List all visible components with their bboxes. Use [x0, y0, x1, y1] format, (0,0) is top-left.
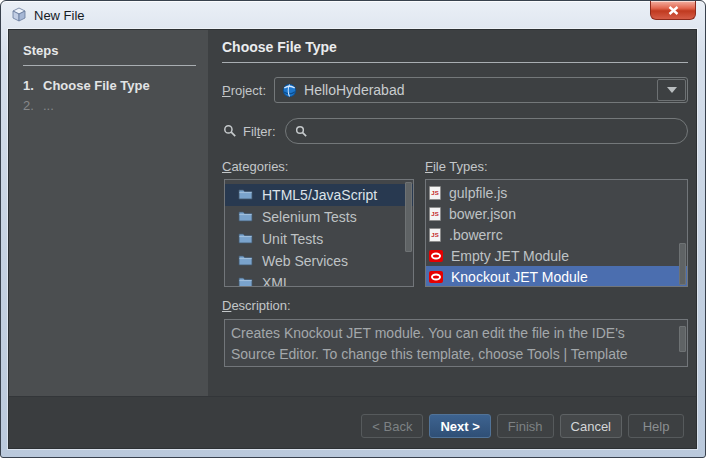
filter-magnifier-icon: [222, 123, 238, 139]
button-bar: < Back Next > Finish Cancel Help: [9, 396, 696, 448]
category-item[interactable]: HTML5/JavaScript: [225, 184, 413, 206]
oracle-jet-icon: [429, 250, 443, 262]
header-divider: [222, 62, 688, 63]
main-panel: Choose File Type Project:: [208, 30, 696, 396]
close-icon: [668, 6, 679, 15]
filetypes-label: File Types:: [425, 159, 488, 174]
categories-list: HTML5/JavaScript Selenium Tests Unit Tes…: [224, 179, 414, 287]
filetypes-list: JS gulpfile.js JS bower.json JS .bowerrc: [425, 179, 688, 287]
description-text: Creates Knockout JET module. You can edi…: [231, 325, 628, 362]
category-item[interactable]: Selenium Tests: [225, 206, 413, 228]
step-number: 2.: [23, 98, 43, 113]
filter-label: Filter:: [243, 124, 276, 139]
js-file-icon: JS: [429, 207, 441, 221]
category-item[interactable]: Unit Tests: [225, 228, 413, 250]
categories-scrollbar-thumb[interactable]: [405, 182, 412, 252]
search-icon: [295, 125, 308, 138]
description-row: Description:: [222, 296, 688, 314]
filetype-item[interactable]: JS gulpfile.js: [426, 182, 687, 203]
categories-column: Categories: HTML5/JavaScript Selenium Te…: [222, 157, 425, 287]
help-button[interactable]: Help: [628, 414, 684, 438]
project-row: Project: HelloHyderabad: [222, 77, 688, 103]
js-file-icon: JS: [429, 186, 441, 200]
filetype-item[interactable]: JS .bowerrc: [426, 224, 687, 245]
chevron-down-icon: [667, 87, 677, 93]
filter-row: Filter:: [222, 118, 688, 144]
project-dropdown-button[interactable]: [657, 79, 686, 101]
category-item[interactable]: Web Services: [225, 250, 413, 272]
filetype-item[interactable]: JS bower.json: [426, 203, 687, 224]
new-file-dialog: New File Steps 1. Choose File Type 2. ..…: [0, 0, 706, 458]
js-file-icon: JS: [429, 228, 441, 242]
cancel-button[interactable]: Cancel: [560, 414, 622, 438]
folder-icon: [238, 187, 253, 203]
project-name: HelloHyderabad: [304, 82, 404, 98]
folder-icon: [238, 209, 253, 225]
next-button[interactable]: Next >: [429, 414, 490, 438]
description-box: Creates Knockout JET module. You can edi…: [224, 319, 688, 367]
project-label: Project:: [222, 83, 266, 98]
lists-section: Categories: HTML5/JavaScript Selenium Te…: [222, 157, 688, 287]
steps-divider: [23, 65, 196, 66]
filetypes-scrollbar-thumb[interactable]: [679, 243, 686, 285]
oracle-jet-icon: [429, 271, 443, 283]
project-combobox-value: HelloHyderabad: [275, 78, 656, 102]
back-button: < Back: [361, 414, 423, 438]
category-item[interactable]: XML: [225, 272, 413, 287]
filetypes-column: File Types: JS gulpfile.js JS bower.json: [425, 157, 688, 287]
step-label: ...: [43, 98, 54, 113]
close-button[interactable]: [650, 1, 696, 20]
step-item-1: 1. Choose File Type: [23, 78, 196, 93]
steps-panel: Steps 1. Choose File Type 2. ...: [9, 30, 208, 396]
folder-icon: [238, 275, 253, 287]
step-number: 1.: [23, 78, 43, 93]
new-file-cube-icon: [11, 7, 27, 23]
html5-project-globe-icon: [281, 82, 297, 98]
categories-label: Categories:: [222, 159, 288, 174]
step-label: Choose File Type: [43, 78, 150, 93]
titlebar[interactable]: New File: [1, 1, 705, 29]
description-scrollbar-thumb[interactable]: [679, 326, 686, 352]
steps-header: Steps: [23, 43, 196, 58]
dialog-body: Steps 1. Choose File Type 2. ... Choose …: [8, 29, 697, 449]
folder-icon: [238, 231, 253, 247]
project-combobox[interactable]: HelloHyderabad: [274, 77, 688, 103]
filetype-item[interactable]: Empty JET Module: [426, 245, 687, 266]
page-title: Choose File Type: [222, 39, 688, 55]
step-item-2: 2. ...: [23, 98, 196, 113]
description-label: Description:: [222, 298, 291, 313]
filter-input[interactable]: [314, 122, 687, 140]
filter-search-field[interactable]: [285, 118, 688, 144]
finish-button: Finish: [497, 414, 554, 438]
folder-icon: [238, 253, 253, 269]
window-title: New File: [34, 8, 85, 23]
filetype-item-selected[interactable]: Knockout JET Module: [426, 266, 687, 287]
